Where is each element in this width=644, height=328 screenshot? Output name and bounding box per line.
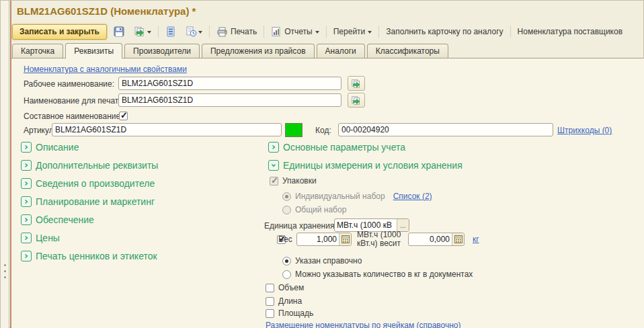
length-row: Длина [266,296,302,306]
tab-predlozheniya[interactable]: Предложения из прайсов [202,44,315,58]
section-label[interactable]: Сведения о производителе [36,178,155,189]
weight-reference-row: Указан справочно [282,256,362,265]
tab-analogi[interactable]: Аналоги [317,44,365,58]
analog-properties-link[interactable]: Номенклатура с аналогичными свойствами [24,65,187,74]
section-label[interactable]: Основные параметры учета [283,142,405,153]
print-name-input[interactable] [118,93,341,107]
chevron-right-icon[interactable] [21,178,32,189]
toolbar-separator [264,26,264,38]
weight-in-docs-label: Можно указывать количество в кг в докуме… [295,270,473,279]
section-label[interactable]: Планирование и маркетинг [36,196,155,207]
chevron-right-icon[interactable] [21,196,32,207]
section-proizvoditel[interactable]: Сведения о производителе [21,178,155,189]
section-units-storage[interactable]: Единицы измерения и условия хранения [268,160,462,171]
cells-placement-link[interactable]: Размещение номенклатуры по ячейкам (спра… [266,321,461,328]
article-input[interactable] [52,123,282,136]
chevron-right-icon[interactable] [21,233,32,243]
post-document-menu-button[interactable] [131,24,154,39]
chevron-right-icon[interactable] [21,214,32,225]
compound-name-checkbox[interactable] [119,112,128,120]
section-main-params[interactable]: Основные параметры учета [268,142,405,153]
section-pechat-tsennikov[interactable]: Печать ценников и этикеток [21,251,157,261]
weight-value-input[interactable] [297,233,339,245]
printer-icon [216,27,228,37]
weight-reference-radio[interactable] [282,257,291,265]
copy-green-arrow-icon [134,26,146,37]
section-label[interactable]: Печать ценников и этикеток [36,251,157,261]
section-label[interactable]: Дополнительные реквизиты [36,160,158,171]
weight-label: Вес [278,235,292,244]
print-name-label: Наименование для печати: [24,96,125,106]
document-clock-icon [186,26,197,37]
volume-checkbox[interactable] [266,284,274,292]
caret-down-icon [147,31,151,36]
common-set-radio[interactable] [282,206,291,214]
report-chart-icon [271,26,282,37]
section-tseny[interactable]: Цены [21,233,60,243]
caret-down-icon [315,31,319,36]
chevron-right-icon[interactable] [21,160,32,171]
packages-checkbox[interactable] [270,177,278,186]
print-button[interactable]: Печать [214,24,259,39]
chevron-right-icon[interactable] [268,142,279,153]
calculator-button[interactable] [339,233,351,245]
color-swatch[interactable] [285,123,303,137]
calculator-icon [454,235,462,243]
section-label[interactable]: Описание [36,142,79,153]
chevron-right-icon[interactable] [21,142,32,153]
tab-proizvoditeli[interactable]: Производители [124,44,200,58]
list-button[interactable] [163,24,179,39]
barcodes-link[interactable]: Штрихкоды (0) [557,126,612,135]
history-menu-button[interactable] [183,24,205,39]
code-input[interactable] [338,123,553,136]
page-title: BLM21AG601SZ1D (Номенклатура) * [17,5,196,17]
tab-klassifikatory[interactable]: Классификаторы [367,44,448,58]
individual-set-label: Индивидуальный набор [295,192,385,201]
save-button[interactable] [111,24,127,39]
goto-menu-button[interactable]: Перейти [331,24,375,39]
splitter-grip-dot [4,264,6,266]
section-dop-rekvizity[interactable]: Дополнительные реквизиты [21,160,158,171]
code-label: Код: [315,126,331,135]
print-name-history-button[interactable] [348,93,365,108]
article-label: Артикул: [24,126,56,135]
copy-green-arrow-icon [351,79,362,89]
length-checkbox[interactable] [266,297,274,306]
weight-in-docs-radio[interactable] [282,270,291,279]
save-and-close-button[interactable]: Записать и закрыть [12,24,107,40]
weight-value-field [296,233,352,246]
working-name-history-button[interactable] [348,76,365,91]
packages-row: Упаковки [270,176,317,186]
toolbar-separator [378,26,379,38]
fill-by-analog-button[interactable]: Заполнить карточку по аналогу [383,24,506,39]
weight-kg-input[interactable] [409,233,452,245]
individual-set-radio[interactable] [282,192,291,201]
section-label[interactable]: Единицы измерения и условия хранения [283,160,462,171]
kg-link[interactable]: кг [473,235,479,244]
left-splitter[interactable] [1,1,9,328]
splitter-grip-dot [4,276,6,278]
section-obespechenie[interactable]: Обеспечение [21,214,94,225]
area-label: Площадь [278,309,313,318]
working-name-input[interactable] [118,77,341,90]
individual-set-row: Индивидуальный набор Список (2) [282,192,432,201]
calculator-icon [341,235,350,243]
area-row: Площадь [266,309,313,318]
calculator-button[interactable] [452,233,464,245]
weight-in-docs-row: Можно указывать количество в кг в докуме… [282,270,473,279]
section-label[interactable]: Обеспечение [36,214,94,225]
chevron-right-icon[interactable] [21,251,32,261]
tab-kartochka[interactable]: Карточка [12,44,63,58]
packages-list-link[interactable]: Список (2) [393,192,432,201]
area-checkbox[interactable] [266,309,274,318]
supplier-nomenclature-button[interactable]: Номенклатура поставщиков [515,24,625,39]
section-opisanie[interactable]: Описание [21,142,79,153]
toolbar: Записать и закрыть Печать Отчеты П [12,23,641,40]
section-planirovanie[interactable]: Планирование и маркетинг [21,196,155,207]
tab-rekvizity[interactable]: Реквизиты [65,43,122,58]
reports-menu-button[interactable]: Отчеты [268,24,321,39]
toolbar-separator [510,26,511,38]
section-label[interactable]: Цены [36,233,60,243]
caret-down-icon [198,31,202,36]
chevron-down-icon[interactable] [268,160,279,171]
